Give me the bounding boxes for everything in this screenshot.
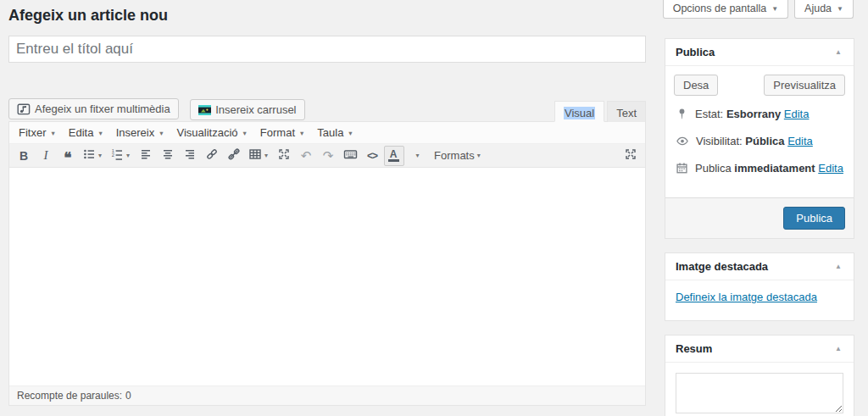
screen-options-label: Opcions de pantalla <box>673 3 767 14</box>
menu-view[interactable]: Visualització ▾ <box>170 122 253 143</box>
set-featured-image-link[interactable]: Defineix la imatge destacada <box>676 291 817 303</box>
collapse-toggle-icon[interactable]: ▲ <box>833 343 843 354</box>
help-button[interactable]: Ajuda ▼ <box>794 0 854 19</box>
schedule-row: Publica immediatament Edita <box>674 162 845 177</box>
table-button[interactable]: ▾ <box>246 146 272 166</box>
edit-schedule-link[interactable]: Edita <box>818 162 843 175</box>
bold-button[interactable]: B <box>14 146 34 166</box>
caret-down-icon: ▼ <box>837 5 843 13</box>
collapse-toggle-icon[interactable]: ▲ <box>833 261 843 272</box>
status-label: Estat: <box>695 108 723 120</box>
excerpt-box: Resum ▲ Si no definiu cap text resum, es… <box>665 335 854 416</box>
code-icon: <> <box>367 150 377 162</box>
caret-down-icon: ▾ <box>348 129 352 137</box>
align-left-icon <box>139 147 153 164</box>
content-editor: Fitxer ▾ Edita ▾ Insereix ▾ Visualitzaci… <box>8 121 646 406</box>
add-media-button[interactable]: Afegeix un fitxer multimèdia <box>8 98 179 119</box>
editor-menubar: Fitxer ▾ Edita ▾ Insereix ▾ Visualitzaci… <box>9 122 645 144</box>
menu-format[interactable]: Format ▾ <box>253 122 310 143</box>
publish-box: Publica ▲ Desa Previsualitza Estat: <box>665 38 854 239</box>
redo-button[interactable]: ↷ <box>318 146 338 166</box>
post-title-input[interactable] <box>8 36 646 63</box>
caret-down-icon: ▾ <box>416 152 420 159</box>
tab-text[interactable]: Text <box>607 101 646 122</box>
screen-meta-links: Opcions de pantalla ▼ Ajuda ▼ <box>663 0 854 19</box>
keyboard-shortcuts-button[interactable] <box>340 146 360 166</box>
tab-visual[interactable]: Visual <box>554 101 604 122</box>
fullscreen-button[interactable] <box>620 146 641 166</box>
caret-down-icon: ▾ <box>52 129 55 137</box>
insert-carousel-button[interactable]: Insereix carrusel <box>190 99 304 120</box>
undo-icon: ↶ <box>301 148 312 164</box>
add-new-post-page: Opcions de pantalla ▼ Ajuda ▼ Afegeix un… <box>0 0 868 416</box>
svg-text:2: 2 <box>112 153 114 158</box>
align-left-button[interactable] <box>136 146 156 166</box>
caret-down-icon: ▼ <box>771 5 778 13</box>
edit-status-link[interactable]: Edita <box>784 108 810 120</box>
collapse-toggle-icon[interactable]: ▲ <box>833 47 843 58</box>
word-count-label: Recompte de paraules: <box>17 390 122 402</box>
menu-table[interactable]: Taula ▾ <box>310 122 359 143</box>
distraction-free-button[interactable] <box>274 146 294 166</box>
code-button[interactable]: <> <box>362 146 382 166</box>
blockquote-icon: ❝ <box>64 149 71 163</box>
text-color-icon: A <box>388 150 399 162</box>
unlink-button[interactable] <box>224 146 244 166</box>
edit-visibility-link[interactable]: Edita <box>787 135 813 147</box>
featured-image-title: Imatge destacada <box>676 260 768 273</box>
align-center-button[interactable] <box>158 146 178 166</box>
tab-visual-label: Visual <box>564 107 595 119</box>
blockquote-button[interactable]: ❝ <box>58 146 78 166</box>
menu-insert[interactable]: Insereix ▾ <box>109 122 170 143</box>
text-color-button[interactable]: A <box>384 146 404 166</box>
excerpt-textarea[interactable] <box>676 373 843 413</box>
word-count-value: 0 <box>125 390 131 402</box>
fullscreen-icon <box>624 147 637 164</box>
featured-image-box: Imatge destacada ▲ Defineix la imatge de… <box>665 252 854 321</box>
caret-down-icon: ▾ <box>98 152 102 159</box>
featured-image-body: Defineix la imatge destacada <box>665 280 854 320</box>
publish-box-title: Publica <box>676 46 715 58</box>
formats-dropdown[interactable]: Formats ▾ <box>428 146 485 166</box>
minor-publishing-actions: Desa Previsualitza <box>674 75 845 96</box>
bullet-list-icon <box>82 147 96 164</box>
menu-file[interactable]: Fitxer ▾ <box>12 122 62 143</box>
editor-mode-tabs: Visual Text <box>554 101 646 122</box>
text-color-caret-button[interactable]: ▾ <box>406 146 426 166</box>
redo-icon: ↷ <box>323 148 334 164</box>
pin-icon <box>676 108 688 123</box>
status-value: Esborrany <box>726 108 781 120</box>
bold-icon: B <box>19 149 28 163</box>
publish-box-header[interactable]: Publica ▲ <box>665 39 854 66</box>
add-media-label: Afegeix un fitxer multimèdia <box>35 103 170 115</box>
link-button[interactable] <box>202 146 222 166</box>
align-right-icon <box>183 147 197 164</box>
menu-edit[interactable]: Edita ▾ <box>62 122 109 143</box>
italic-button[interactable]: I <box>36 146 56 166</box>
featured-image-header[interactable]: Imatge destacada ▲ <box>665 253 854 280</box>
caret-down-icon: ▾ <box>264 152 268 159</box>
calendar-icon <box>676 162 688 177</box>
align-right-button[interactable] <box>180 146 200 166</box>
keyboard-icon <box>343 147 358 164</box>
excerpt-header[interactable]: Resum ▲ <box>665 336 854 363</box>
italic-icon: I <box>44 148 48 163</box>
undo-button[interactable]: ↶ <box>296 146 316 166</box>
screen-options-button[interactable]: Opcions de pantalla ▼ <box>663 0 788 19</box>
caret-down-icon: ▾ <box>159 129 163 137</box>
caret-down-icon: ▾ <box>126 152 130 159</box>
numbered-list-button[interactable]: 1 2 ▾ <box>108 146 134 166</box>
publish-box-body: Desa Previsualitza Estat: Esborrany Edit… <box>665 66 854 186</box>
save-draft-button[interactable]: Desa <box>674 75 718 96</box>
expand-icon <box>277 147 291 164</box>
excerpt-title: Resum <box>676 342 712 355</box>
publish-button[interactable]: Publica <box>783 207 845 230</box>
bullet-list-button[interactable]: ▾ <box>80 146 106 166</box>
carousel-icon <box>198 105 211 115</box>
caret-down-icon: ▾ <box>98 129 102 137</box>
editor-content-area[interactable] <box>9 168 645 385</box>
preview-button[interactable]: Previsualitza <box>764 75 845 96</box>
media-icon <box>17 103 31 115</box>
schedule-value: immediatament <box>734 162 815 175</box>
table-icon <box>248 147 262 164</box>
